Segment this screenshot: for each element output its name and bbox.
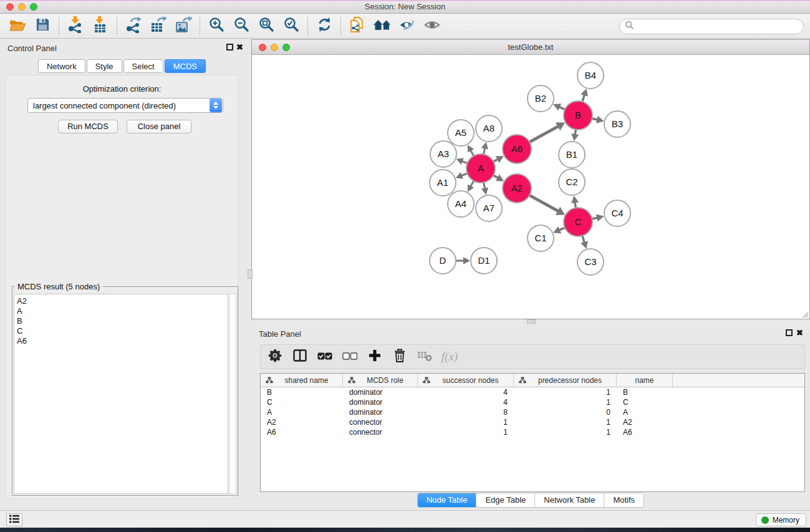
table-toolbar: f(x) [260,344,805,369]
close-panel-icon[interactable]: ✖ [236,42,243,52]
table-row[interactable]: Adominator80A [261,407,804,417]
refresh-view-button[interactable] [312,16,337,37]
horizontal-splitter-handle[interactable] [527,319,536,324]
table-cell[interactable]: A2 [617,417,673,427]
result-item[interactable]: B [17,316,228,326]
zoom-fit-button[interactable] [254,16,279,37]
close-panel-icon[interactable]: ✖ [796,328,803,337]
duplicate-network-button[interactable] [345,16,370,37]
tab-mcds[interactable]: MCDS [165,59,206,73]
table-cell[interactable]: 1 [514,427,617,437]
table-cell[interactable]: A [617,407,673,417]
export-table-button[interactable] [146,16,171,37]
table-cell[interactable]: C [261,397,343,407]
network-window-titlebar[interactable]: testGlobe.txt [252,40,809,55]
vertical-splitter-handle[interactable] [248,269,253,279]
mcds-result-scrollbar[interactable] [229,294,236,494]
open-session-button[interactable] [5,16,30,37]
zoom-selected-button[interactable] [279,16,304,37]
tab-style[interactable]: Style [87,59,122,73]
tab-select[interactable]: Select [123,59,163,73]
mcds-result-list[interactable]: A2ABCA6 [14,294,228,494]
graph-edge[interactable] [529,126,559,142]
export-network-button[interactable] [121,16,146,37]
column-header-MCDS-role[interactable]: MCDS role [343,374,418,387]
graph-edge[interactable] [582,94,585,102]
table-cell[interactable]: A [261,407,343,417]
table-cell[interactable]: dominator [343,407,418,417]
column-header-successor-nodes[interactable]: successor nodes [418,374,514,387]
table-cell[interactable]: connector [343,417,418,427]
graph-edge[interactable] [582,235,585,243]
save-session-button[interactable] [30,16,55,37]
memory-button[interactable]: Memory [756,513,806,526]
function-builder-button[interactable]: f(x) [441,349,458,365]
table-cell[interactable]: dominator [343,397,418,407]
table-cell[interactable]: 8 [418,407,514,417]
table-cell[interactable]: 1 [514,417,617,427]
table-cell[interactable]: 1 [514,387,617,397]
network-canvas[interactable]: B4B2BB3B1A5A8A3A6AA1A4A7A2C2CC4C1C3DD1 [252,55,809,319]
graph-edge-arrowhead [571,196,579,203]
tab-motifs[interactable]: Motifs [604,493,644,507]
search-field[interactable] [619,19,804,34]
table-cell[interactable]: A2 [261,417,343,427]
split-columns-button[interactable] [292,349,308,365]
home-layout-button[interactable] [370,16,395,37]
table-cell[interactable]: 4 [418,397,514,407]
table-cell[interactable]: dominator [343,387,418,397]
show-graphics-details-button[interactable] [420,16,445,37]
table-cell[interactable]: B [617,387,673,397]
result-item[interactable]: C [17,326,228,336]
import-network-button[interactable] [63,16,88,37]
application-window: Session: New Session [0,0,810,532]
delete-table-button[interactable] [417,349,433,365]
export-image-button[interactable] [171,16,196,37]
column-header-shared-name[interactable]: shared name [261,374,343,387]
table-row[interactable]: Bdominator41B [261,387,804,397]
add-column-button[interactable] [367,349,383,365]
gear-icon [268,349,282,365]
optimization-criterion-dropdown[interactable]: largest connected component (directed) [27,98,223,113]
graph-edge[interactable] [529,195,559,211]
table-row[interactable]: Cdominator41C [261,397,804,407]
task-history-button[interactable] [6,513,22,526]
table-cell[interactable]: 1 [418,427,514,437]
table-cell[interactable]: 4 [418,387,514,397]
table-cell[interactable]: 1 [418,417,514,427]
zoom-out-button[interactable] [229,16,254,37]
search-input[interactable] [634,22,803,31]
deselect-all-button[interactable] [342,349,358,365]
delete-column-button[interactable] [392,349,408,365]
tab-network-table[interactable]: Network Table [534,493,604,507]
table-cell[interactable]: A6 [261,427,343,437]
table-cell[interactable]: 1 [514,397,617,407]
table-cell[interactable]: C [617,397,673,407]
table-row[interactable]: A2connector11A2 [261,417,804,427]
table-row[interactable]: A6connector11A6 [261,427,804,437]
table-cell[interactable]: A6 [617,427,673,437]
table-cell[interactable]: B [261,387,343,397]
float-panel-icon[interactable] [786,329,793,336]
close-panel-button[interactable]: Close panel [127,120,191,133]
select-all-button[interactable] [317,349,333,365]
zoom-in-button[interactable] [204,16,229,37]
hide-graphics-details-button[interactable] [395,16,420,37]
table-cell[interactable]: connector [343,427,418,437]
column-header-name[interactable]: name [617,374,673,387]
result-item[interactable]: A6 [17,336,228,346]
table-panel-title: Table Panel [259,329,301,339]
import-table-button[interactable] [88,16,113,37]
column-header-predecessor-nodes[interactable]: predecessor nodes [514,374,617,387]
import-table-icon [93,16,108,36]
table-settings-button[interactable] [267,349,283,365]
table-cell[interactable]: 0 [514,407,617,417]
tab-node-table[interactable]: Node Table [418,493,476,507]
tab-network[interactable]: Network [38,59,85,73]
result-item[interactable]: A2 [17,296,228,306]
run-mcds-button[interactable]: Run MCDS [58,120,118,133]
resize-grip-icon[interactable] [801,311,809,318]
float-panel-icon[interactable] [226,44,233,51]
result-item[interactable]: A [17,306,228,316]
tab-edge-table[interactable]: Edge Table [476,493,534,507]
